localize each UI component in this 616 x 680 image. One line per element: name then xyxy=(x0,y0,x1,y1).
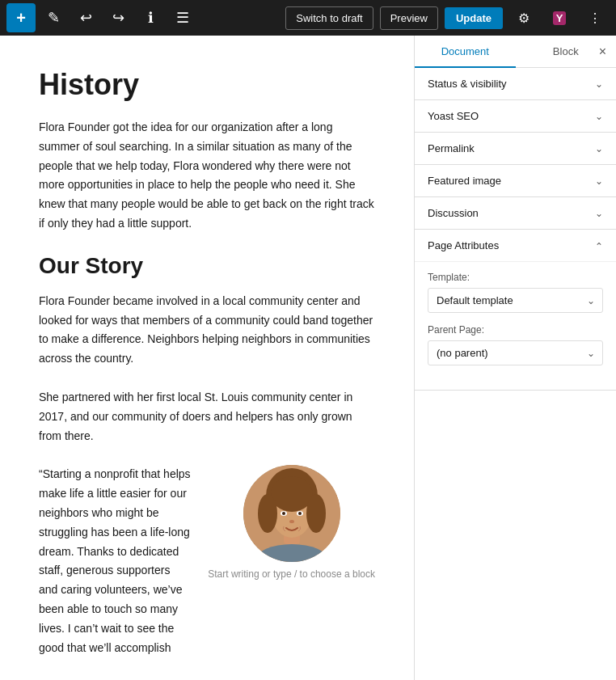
main-area: History Flora Founder got the idea for o… xyxy=(0,36,616,680)
accordion-header-yoast[interactable]: Yoast SEO ⌄ xyxy=(415,100,616,132)
accordion-discussion: Discussion ⌄ xyxy=(415,197,616,230)
more-options-button[interactable]: ⋮ xyxy=(580,3,610,32)
accordion-page-attributes: Page Attributes ⌄ Template: Default temp… xyxy=(415,230,616,391)
svg-point-9 xyxy=(282,512,285,515)
accordion-label-status: Status & visibility xyxy=(428,78,507,90)
switch-to-draft-button[interactable]: Switch to draft xyxy=(285,6,373,30)
add-block-button[interactable]: + xyxy=(6,3,36,32)
parent-page-label: Parent Page: xyxy=(428,324,603,336)
sidebar: Document Block × Status & visibility ⌄ Y… xyxy=(414,36,616,680)
chevron-down-icon-5: ⌄ xyxy=(595,208,603,219)
paragraph-2: Flora Founder became involved in a local… xyxy=(39,292,375,369)
undo-button[interactable]: ↩ xyxy=(71,3,100,32)
paragraph-1: Flora Founder got the idea for our organ… xyxy=(39,118,375,234)
page-title: History xyxy=(39,68,375,102)
yoast-button[interactable]: Y xyxy=(545,3,574,32)
start-writing-hint: Start writing or type / to choose a bloc… xyxy=(208,568,375,580)
template-label: Template: xyxy=(428,272,603,283)
svg-point-10 xyxy=(298,512,302,515)
editor-content[interactable]: History Flora Founder got the idea for o… xyxy=(0,36,414,680)
toolbar-actions: Switch to draft Preview Update ⚙ Y ⋮ xyxy=(285,3,610,32)
accordion-header-featured-image[interactable]: Featured image ⌄ xyxy=(415,165,616,196)
avatar-image xyxy=(243,465,340,562)
accordion-header-permalink[interactable]: Permalink ⌄ xyxy=(415,133,616,164)
accordion-label-page-attributes: Page Attributes xyxy=(428,239,499,251)
paragraph-3: She partnered with her first local St. L… xyxy=(39,388,375,446)
list-view-button[interactable]: ☰ xyxy=(168,3,197,32)
accordion-label-yoast: Yoast SEO xyxy=(428,110,479,122)
editor-toolbar: + ✎ ↩ ↪ ℹ ☰ Switch to draft Preview Upda… xyxy=(0,0,616,36)
redo-button[interactable]: ↪ xyxy=(103,3,133,32)
accordion-status-visibility: Status & visibility ⌄ xyxy=(415,68,616,100)
accordion-header-status[interactable]: Status & visibility ⌄ xyxy=(415,68,616,99)
svg-point-11 xyxy=(289,520,294,523)
chevron-down-icon: ⌄ xyxy=(595,78,603,90)
template-select-wrapper: Default template ⌄ xyxy=(428,288,603,313)
preview-button[interactable]: Preview xyxy=(380,6,438,30)
undo-icon: ↩ xyxy=(80,9,92,27)
accordion-header-page-attributes[interactable]: Page Attributes ⌄ xyxy=(415,230,616,261)
chevron-up-icon: ⌄ xyxy=(595,240,603,251)
settings-button[interactable]: ⚙ xyxy=(509,3,538,32)
accordion-label-permalink: Permalink xyxy=(428,142,475,154)
svg-point-4 xyxy=(271,476,313,512)
section-heading-our-story: Our Story xyxy=(39,253,375,279)
tools-button[interactable]: ✎ xyxy=(39,3,68,32)
add-icon: + xyxy=(16,9,26,27)
sidebar-close-button[interactable]: × xyxy=(596,41,610,62)
accordion-header-discussion[interactable]: Discussion ⌄ xyxy=(415,197,616,229)
avatar-wrap: Start writing or type / to choose a bloc… xyxy=(208,465,375,657)
quote-text: “Starting a nonprofit that helps make li… xyxy=(39,465,192,657)
pencil-icon: ✎ xyxy=(48,9,60,27)
avatar-svg xyxy=(243,465,340,562)
quote-section: “Starting a nonprofit that helps make li… xyxy=(39,465,375,657)
update-button[interactable]: Update xyxy=(445,7,503,29)
tab-document[interactable]: Document xyxy=(415,36,516,67)
list-icon: ☰ xyxy=(176,9,189,27)
accordion-permalink: Permalink ⌄ xyxy=(415,133,616,165)
accordion-label-discussion: Discussion xyxy=(428,207,479,219)
accordion-featured-image: Featured image ⌄ xyxy=(415,165,616,197)
yoast-icon: Y xyxy=(553,11,567,25)
sidebar-tabs: Document Block × xyxy=(415,36,616,68)
page-attributes-content: Template: Default template ⌄ Parent Page… xyxy=(415,261,616,390)
chevron-down-icon-2: ⌄ xyxy=(595,111,603,122)
parent-page-select-wrapper: (no parent) ⌄ xyxy=(428,340,603,365)
template-select[interactable]: Default template xyxy=(428,288,603,313)
chevron-down-icon-4: ⌄ xyxy=(595,175,603,187)
settings-icon: ⚙ xyxy=(518,11,530,26)
accordion-yoast-seo: Yoast SEO ⌄ xyxy=(415,100,616,133)
more-icon: ⋮ xyxy=(589,11,601,26)
redo-icon: ↪ xyxy=(112,9,124,27)
svg-point-5 xyxy=(258,494,277,533)
chevron-down-icon-3: ⌄ xyxy=(595,143,603,154)
svg-point-6 xyxy=(306,494,326,533)
parent-page-select[interactable]: (no parent) xyxy=(428,340,603,365)
accordion-label-featured-image: Featured image xyxy=(428,175,501,187)
info-icon: ℹ xyxy=(148,9,154,27)
info-button[interactable]: ℹ xyxy=(136,3,165,32)
